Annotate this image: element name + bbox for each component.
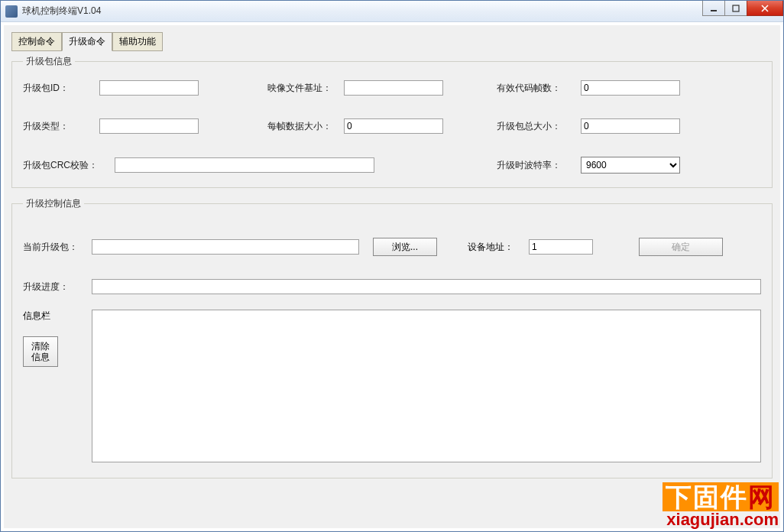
field-dev-addr[interactable]: [529, 239, 593, 255]
maximize-button[interactable]: [724, 1, 747, 16]
field-pkg-type: [99, 118, 199, 134]
svg-rect-1: [733, 5, 739, 11]
app-window: 球机控制终端V1.04 控制命令 升级命令 辅助功能 升级包信息: [0, 0, 784, 532]
window-controls: [703, 1, 783, 16]
group-upgrade-info-legend: 升级包信息: [23, 55, 75, 68]
label-img-base: 映像文件基址：: [267, 82, 344, 95]
label-info-area: 信息栏: [23, 310, 92, 323]
label-frame-size: 每帧数据大小：: [267, 120, 344, 133]
field-frame-size[interactable]: [344, 118, 443, 134]
minimize-icon: [710, 5, 718, 12]
group-upgrade-ctrl: 升级控制信息 当前升级包： 浏览... 设备地址： 确定 升级进度： 信息栏: [11, 197, 773, 478]
client-area: 控制命令 升级命令 辅助功能 升级包信息 升级包ID： 映像文件基址：: [4, 25, 780, 528]
label-current-pkg: 当前升级包：: [23, 241, 92, 254]
label-progress: 升级进度：: [23, 281, 92, 294]
browse-button[interactable]: 浏览...: [373, 238, 437, 256]
window-title: 球机控制终端V1.04: [22, 5, 101, 18]
field-crc: [115, 157, 374, 173]
field-pkg-id: [99, 80, 199, 96]
label-baud: 升级时波特率：: [497, 159, 581, 172]
field-current-pkg[interactable]: [92, 239, 359, 255]
label-valid-frames: 有效代码帧数：: [497, 82, 581, 95]
close-button[interactable]: [747, 1, 783, 16]
field-img-base: [344, 80, 443, 96]
titlebar[interactable]: 球机控制终端V1.04: [1, 1, 783, 22]
tab-control-cmd[interactable]: 控制命令: [11, 32, 62, 51]
label-dev-addr: 设备地址：: [468, 241, 513, 254]
label-pkg-id: 升级包ID：: [23, 82, 99, 95]
app-icon: [5, 5, 18, 18]
tab-page: 升级包信息 升级包ID： 映像文件基址： 有效代码帧数：: [4, 50, 780, 495]
label-crc: 升级包CRC校验：: [23, 159, 115, 172]
group-upgrade-ctrl-legend: 升级控制信息: [23, 197, 84, 210]
clear-log-button[interactable]: 清除 信息: [23, 336, 58, 367]
field-valid-frames[interactable]: [581, 80, 680, 96]
field-baud[interactable]: 9600: [581, 157, 680, 174]
maximize-icon: [732, 5, 740, 12]
svg-rect-0: [711, 10, 717, 11]
label-pkg-type: 升级类型：: [23, 120, 99, 133]
label-pkg-total: 升级包总大小：: [497, 120, 581, 133]
tab-bar: 控制命令 升级命令 辅助功能: [4, 25, 780, 50]
progress-bar: [92, 279, 761, 294]
minimize-button[interactable]: [702, 1, 725, 16]
tab-aux[interactable]: 辅助功能: [112, 32, 163, 51]
group-upgrade-info: 升级包信息 升级包ID： 映像文件基址： 有效代码帧数：: [11, 55, 773, 188]
field-pkg-total[interactable]: [581, 118, 680, 134]
ok-button[interactable]: 确定: [639, 238, 723, 256]
log-textarea[interactable]: [92, 310, 761, 462]
tab-upgrade-cmd[interactable]: 升级命令: [62, 32, 112, 51]
close-icon: [760, 5, 769, 12]
